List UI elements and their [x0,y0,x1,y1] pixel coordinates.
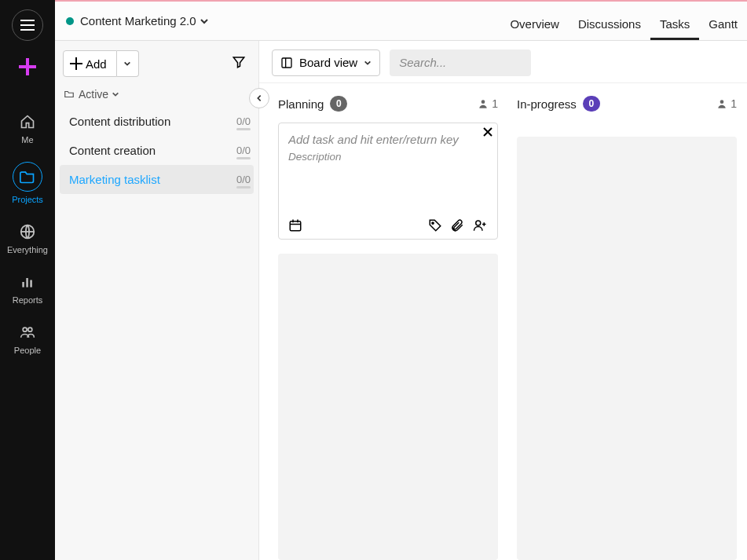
tasklist-item-label: Content distribution [69,115,170,128]
rail-item-me[interactable]: Me [17,112,38,145]
svg-point-21 [432,222,434,224]
svg-rect-8 [26,278,28,287]
project-tabs: Overview Discussions Tasks Gantt [500,2,747,40]
board-view-switcher[interactable]: Board view [272,49,380,76]
column-header[interactable]: In-progress 0 1 [517,96,737,112]
column-assignee-count: 1 [716,97,737,110]
rail-item-projects[interactable]: Projects [12,162,43,204]
add-dropdown-button[interactable] [117,50,139,77]
rail-label-reports: Reports [13,295,43,305]
tasklist-item-count: 0/0 [236,115,251,127]
bar-chart-icon [19,274,36,290]
board-columns: Planning 0 1 [259,83,747,560]
board-toolbar: Board view [259,41,747,83]
search-field-wrapper [390,49,531,76]
chevron-left-icon [255,94,263,102]
attachment-button[interactable] [450,218,464,232]
svg-point-10 [23,328,27,331]
global-add-button[interactable] [19,58,36,79]
rail-item-people[interactable]: People [14,322,41,355]
rail-item-reports[interactable]: Reports [13,272,43,305]
tab-gantt[interactable]: Gantt [699,17,747,40]
home-icon [19,114,36,130]
tab-tasks[interactable]: Tasks [650,17,699,40]
tag-icon [428,218,442,232]
tasklist-item[interactable]: Content distribution 0/0 [55,107,258,136]
project-title-dropdown[interactable]: Content Marketing 2.0 [80,14,209,27]
tasklist-item-label: Content creation [69,144,156,157]
tab-discussions[interactable]: Discussions [569,17,650,40]
board-column-in-progress: In-progress 0 1 [517,96,737,560]
svg-point-22 [476,221,481,225]
chevron-down-icon [364,59,372,67]
person-icon [716,98,727,109]
column-drop-zone[interactable] [517,137,737,560]
due-date-button[interactable] [288,218,302,232]
tab-overview[interactable]: Overview [500,17,569,40]
rail-item-everything[interactable]: Everything [7,221,48,254]
column-title: Planning [278,97,324,111]
board-view-label: Board view [299,56,357,69]
column-header[interactable]: Planning 0 1 [278,96,498,112]
svg-rect-7 [22,282,24,287]
calendar-icon [288,218,302,232]
svg-point-16 [482,100,485,104]
column-count-badge: 0 [583,96,600,112]
svg-rect-9 [30,280,32,287]
svg-rect-1 [20,20,35,21]
board-area: Board view Planning 0 1 [259,41,747,560]
tasklist-panel: Add Active Content distribution [55,41,259,560]
svg-point-11 [28,328,32,331]
new-task-title-input[interactable] [288,131,488,148]
search-input[interactable] [390,49,531,76]
tasklist-folder-dropdown[interactable]: Active [55,85,258,107]
close-button[interactable] [483,125,493,139]
hamburger-icon [20,20,35,31]
tasklist-item-label: Marketing tasklist [69,173,160,186]
rail-label-me: Me [21,135,33,145]
column-title: In-progress [517,97,577,111]
plus-icon [70,57,82,70]
people-icon [18,324,37,340]
add-button-label: Add [86,57,107,71]
svg-rect-14 [282,58,291,68]
chevron-down-icon [200,16,209,26]
tasklist-item-count: 0/0 [236,145,251,156]
column-count-badge: 0 [330,96,347,112]
svg-rect-3 [20,29,35,31]
new-task-description-input[interactable] [288,148,488,163]
assignee-button[interactable] [472,218,488,232]
new-task-card [278,123,498,240]
add-button[interactable]: Add [63,50,117,77]
plus-icon [19,58,36,75]
person-icon [478,98,489,109]
filter-icon [232,55,246,69]
column-assignee-count: 1 [478,97,498,110]
tag-button[interactable] [428,218,442,232]
folder-icon [19,169,36,185]
svg-rect-5 [19,65,36,68]
globe-icon [19,223,36,240]
board-icon [280,57,293,69]
folder-icon [63,89,75,100]
board-column-planning: Planning 0 1 [278,96,498,560]
paperclip-icon [450,218,464,232]
rail-label-projects: Projects [12,195,43,204]
svg-rect-13 [70,63,82,64]
svg-rect-17 [290,221,301,231]
column-drop-zone[interactable] [278,254,498,560]
tasklist-list: Content distribution 0/0 Content creatio… [55,107,258,194]
svg-rect-2 [20,24,35,26]
tasklist-item[interactable]: Marketing tasklist 0/0 [60,165,254,194]
svg-point-25 [720,100,724,104]
tasklist-item[interactable]: Content creation 0/0 [55,136,258,165]
filter-button[interactable] [227,50,251,77]
chevron-down-icon [112,90,119,98]
rail-label-people: People [14,346,41,355]
collapse-panel-button[interactable] [249,88,269,108]
close-icon [483,127,493,137]
menu-button[interactable] [12,9,43,41]
project-status-dot [66,17,74,25]
folder-label: Active [79,88,108,101]
rail-label-everything: Everything [7,245,48,254]
